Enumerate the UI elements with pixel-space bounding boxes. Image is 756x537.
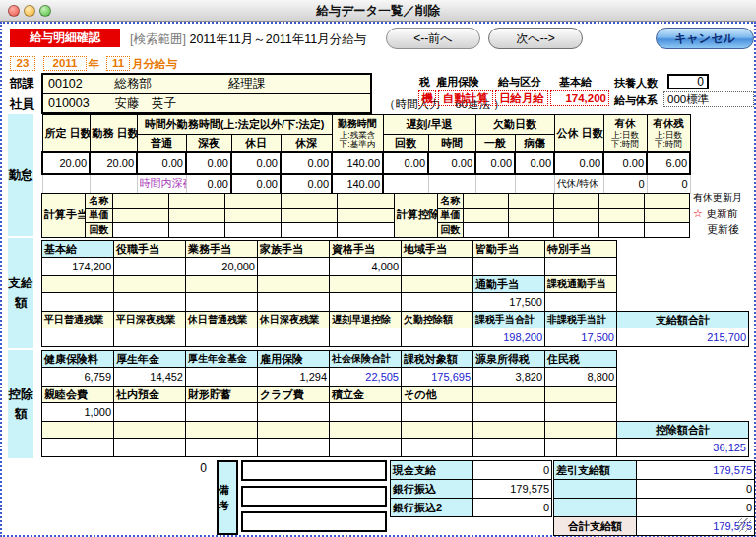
calc-cell[interactable] [599,223,645,238]
calc-cell[interactable] [169,223,225,238]
calc-cell[interactable] [645,223,690,238]
value-cell[interactable]: 4,000 [330,258,402,276]
calc-cell[interactable] [225,223,282,238]
pay-system-field[interactable]: 000標準 [663,91,754,107]
value-cell[interactable]: 0.00 [186,152,231,174]
value-cell[interactable]: 17,500 [473,293,545,312]
calc-cell[interactable] [599,194,645,209]
value-cell[interactable]: 0.00 [231,152,281,174]
period-month-field[interactable]: 11 [106,56,130,71]
calc-cell[interactable] [225,194,282,209]
value-cell[interactable] [402,403,473,422]
value-cell[interactable] [473,403,545,422]
value-cell[interactable]: 20.00 [90,152,137,174]
calc-cell[interactable] [338,194,395,209]
value-cell[interactable]: 0.00 [515,152,554,174]
value-cell[interactable] [186,403,258,422]
value-cell[interactable] [186,328,258,347]
next-button[interactable]: 次へ--> [488,28,583,49]
resize-handle[interactable] [737,518,751,532]
bank-transfer2-value[interactable]: 0 [473,499,552,517]
calc-cell[interactable] [599,209,645,223]
value-cell[interactable] [330,293,402,312]
calc-cell[interactable] [169,209,225,223]
value-cell[interactable] [330,328,402,347]
value-cell[interactable]: 140.00 [332,152,383,174]
base-pay-field[interactable]: 174,200 [550,90,609,106]
calc-cell[interactable] [113,194,169,209]
value-cell[interactable] [330,403,402,422]
dependents-field[interactable]: 0 [667,74,709,90]
value-cell[interactable]: 0.00 [554,152,603,174]
value-cell[interactable] [258,293,330,312]
value-cell[interactable] [545,258,617,276]
value-cell[interactable] [545,403,617,422]
calc-cell[interactable] [338,209,395,223]
window-titlebar[interactable]: 給与データ一覧／削除 [0,0,756,22]
value-cell[interactable]: 0.00 [281,174,332,194]
remarks-input[interactable] [241,486,387,507]
calc-cell[interactable] [554,223,599,238]
calc-cell[interactable] [338,223,395,238]
value-cell[interactable]: 3,820 [473,368,545,387]
value-cell[interactable] [402,293,473,312]
value-cell[interactable]: 0.00 [428,152,475,174]
value-cell[interactable] [186,368,258,387]
calc-cell[interactable] [554,194,599,209]
calc-cell[interactable] [464,209,509,223]
value-cell[interactable] [42,328,114,347]
calc-cell[interactable] [464,194,509,209]
period-code-field[interactable]: 23 [10,56,35,71]
value-cell[interactable]: 1,294 [258,368,330,387]
calc-cell[interactable] [509,223,554,238]
calc-cell[interactable] [113,209,169,223]
prev-button[interactable]: <--前へ [386,28,480,49]
calc-cell[interactable] [645,209,690,223]
value-cell[interactable] [114,328,186,347]
value-cell[interactable]: 6.00 [647,152,690,174]
emp-insurance-field[interactable]: 自動計算 [438,90,493,106]
calc-cell[interactable] [509,194,554,209]
calc-cell[interactable] [282,209,338,223]
calc-cell[interactable] [554,209,599,223]
value-cell[interactable]: 0.00 [137,152,186,174]
value-cell[interactable]: 174,200 [42,258,114,276]
value-cell[interactable]: 0.00 [281,152,332,174]
period-year-field[interactable]: 2011 [43,56,87,71]
value-cell[interactable] [402,258,473,276]
bank-transfer-value[interactable]: 179,575 [473,480,552,499]
pay-class-field[interactable]: 日給月給 [495,90,548,106]
value-cell[interactable]: 20,000 [186,258,258,276]
value-cell[interactable] [186,293,258,312]
remarks-input[interactable] [241,460,387,481]
value-cell[interactable] [258,258,330,276]
calc-cell[interactable] [645,194,690,209]
calc-cell[interactable] [169,194,225,209]
value-cell[interactable] [114,403,186,422]
calc-cell[interactable] [509,209,554,223]
value-cell[interactable]: 0.00 [231,174,281,194]
calc-cell[interactable] [113,223,169,238]
value-cell[interactable]: 8,800 [545,368,617,387]
value-cell[interactable] [258,403,330,422]
calc-cell[interactable] [225,209,282,223]
value-cell[interactable]: 0.00 [383,152,428,174]
calc-cell[interactable] [464,223,509,238]
value-cell[interactable]: 20.00 [42,152,90,174]
remarks-input[interactable] [241,511,387,532]
value-cell[interactable]: 0.00 [603,152,647,174]
value-cell[interactable]: 1,000 [42,403,114,422]
value-cell[interactable] [545,293,617,312]
value-cell[interactable]: 6,759 [42,368,114,387]
value-cell[interactable] [402,328,473,347]
value-cell[interactable]: 140.00 [332,174,383,194]
value-cell[interactable]: 14,452 [114,368,186,387]
tax-field[interactable]: 機 [418,90,436,106]
value-cell[interactable] [258,328,330,347]
value-cell[interactable] [473,258,545,276]
value-cell[interactable] [114,293,186,312]
value-cell[interactable] [42,293,114,312]
calc-cell[interactable] [282,194,338,209]
calc-cell[interactable] [282,223,338,238]
cancel-button[interactable]: キャンセル [656,28,754,49]
